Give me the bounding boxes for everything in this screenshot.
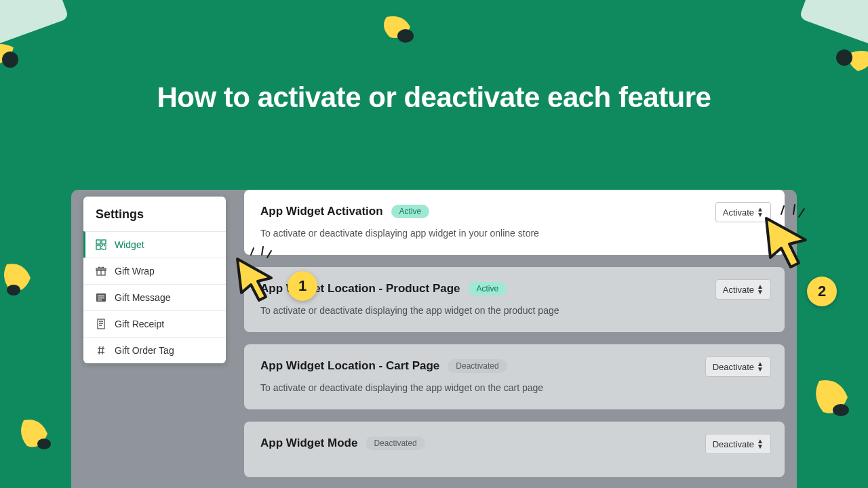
- card-description: To activate or deactivate displaying app…: [260, 228, 768, 239]
- svg-rect-10: [96, 245, 100, 249]
- svg-rect-8: [96, 240, 100, 244]
- status-badge: Active: [469, 282, 507, 296]
- card-description: To activate or deactivate displaying the…: [260, 382, 768, 393]
- sort-caret-icon: ▲▼: [757, 284, 764, 295]
- sidebar-item-widget[interactable]: Widget: [83, 231, 226, 258]
- sidebar-item-label: Gift Receipt: [115, 319, 164, 329]
- svg-rect-9: [102, 240, 106, 244]
- svg-line-31: [793, 205, 795, 214]
- svg-line-27: [251, 248, 254, 255]
- decoration-right: [814, 373, 861, 427]
- svg-line-26: [102, 346, 103, 354]
- sidebar-item-label: Widget: [115, 239, 144, 250]
- svg-rect-11: [102, 245, 106, 249]
- card-description: To activate or deactivate displaying the…: [260, 305, 768, 316]
- svg-line-29: [267, 251, 271, 258]
- cursor-pointer-1: [231, 244, 285, 308]
- button-label: Activate: [723, 207, 754, 218]
- settings-sidebar: Settings Widget Gift Wrap Gift Message G…: [83, 197, 226, 363]
- sidebar-item-label: Gift Order Tag: [115, 345, 174, 356]
- status-badge: Deactivated: [366, 436, 425, 450]
- cards-container: App Widget Activation Active To activate…: [244, 190, 785, 488]
- deactivate-button[interactable]: Deactivate ▲▼: [705, 434, 771, 454]
- sort-caret-icon: ▲▼: [757, 361, 764, 372]
- svg-rect-18: [98, 300, 102, 300]
- decoration-left-1: [3, 258, 44, 305]
- decoration-top-left: [0, 0, 95, 88]
- status-badge: Deactivated: [448, 359, 507, 373]
- svg-point-6: [37, 439, 51, 449]
- svg-line-25: [99, 346, 100, 354]
- card-title: App Widget Mode: [260, 436, 357, 450]
- svg-rect-19: [98, 319, 104, 329]
- sidebar-item-label: Gift Wrap: [115, 266, 155, 277]
- step-badge-1: 1: [288, 271, 317, 301]
- widget-icon: [96, 239, 106, 250]
- svg-rect-3: [799, 0, 868, 46]
- sidebar-item-gift-order-tag[interactable]: Gift Order Tag: [83, 337, 226, 363]
- activate-button[interactable]: Activate ▲▼: [715, 279, 771, 300]
- sidebar-item-gift-wrap[interactable]: Gift Wrap: [83, 258, 226, 284]
- svg-line-28: [262, 247, 263, 255]
- sidebar-item-gift-receipt[interactable]: Gift Receipt: [83, 310, 226, 337]
- decoration-left-2: [20, 413, 61, 461]
- svg-line-30: [781, 206, 784, 214]
- sort-caret-icon: ▲▼: [757, 439, 764, 449]
- card-widget-location-cart: App Widget Location - Cart Page Deactiva…: [244, 344, 785, 409]
- card-title: App Widget Activation: [260, 205, 383, 218]
- status-badge: Active: [391, 205, 430, 218]
- page-title: How to activate or deactivate each featu…: [0, 81, 868, 114]
- deactivate-button[interactable]: Deactivate ▲▼: [705, 357, 771, 377]
- button-label: Activate: [723, 285, 754, 295]
- svg-rect-17: [98, 298, 104, 298]
- settings-panel: Settings Widget Gift Wrap Gift Message G…: [71, 190, 797, 488]
- card-widget-location-product: App Widget Location - Product Page Activ…: [244, 267, 785, 332]
- gift-icon: [96, 266, 106, 277]
- card-widget-mode: App Widget Mode Deactivated Deactivate ▲…: [244, 422, 785, 477]
- step-badge-2: 2: [807, 277, 837, 306]
- button-label: Deactivate: [713, 439, 754, 449]
- card-title: App Widget Location - Cart Page: [260, 359, 439, 373]
- card-app-widget-activation: App Widget Activation Active To activate…: [244, 190, 785, 255]
- svg-point-7: [833, 404, 849, 416]
- svg-rect-16: [98, 296, 104, 296]
- hash-icon: [96, 345, 106, 356]
- sidebar-item-label: Gift Message: [115, 292, 170, 303]
- sidebar-heading: Settings: [83, 197, 226, 231]
- svg-point-1: [2, 52, 18, 68]
- cursor-pointer-2: [758, 202, 819, 272]
- decoration-top-center: [380, 10, 420, 51]
- message-icon: [96, 292, 106, 303]
- svg-line-32: [799, 209, 804, 217]
- svg-point-2: [397, 29, 414, 43]
- decoration-top-right: [773, 0, 868, 88]
- svg-rect-0: [0, 0, 69, 46]
- svg-point-4: [836, 49, 852, 66]
- sidebar-item-gift-message[interactable]: Gift Message: [83, 284, 226, 310]
- button-label: Deactivate: [713, 362, 754, 372]
- svg-point-5: [7, 285, 20, 296]
- receipt-icon: [96, 319, 106, 329]
